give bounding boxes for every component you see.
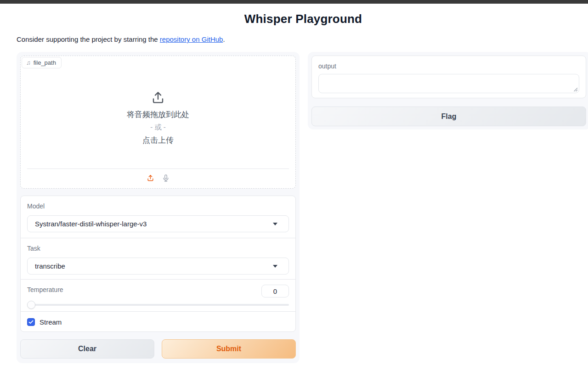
output-column-panel: output Flag — [308, 52, 588, 129]
checkmark-icon — [28, 320, 34, 324]
temperature-field: Temperature — [21, 279, 295, 311]
flag-button[interactable]: Flag — [311, 107, 586, 126]
audio-upload-dropzone[interactable]: ♫ file_path 将音频拖放到此处 - 或 - 点击上传 — [20, 56, 296, 189]
upload-icon — [151, 90, 165, 105]
stream-checkbox-row[interactable]: Stream — [27, 318, 62, 326]
intro-text: Consider supporting the project by starr… — [17, 35, 225, 43]
click-to-upload-text: 点击上传 — [142, 135, 174, 146]
temperature-label: Temperature — [27, 286, 63, 293]
intro-text-after: . — [223, 35, 225, 43]
upload-source-divider — [27, 168, 289, 169]
output-card: output — [311, 56, 586, 98]
upload-source-button[interactable] — [145, 173, 155, 184]
stream-label: Stream — [40, 318, 62, 326]
stream-field: Stream — [21, 311, 295, 332]
model-dropdown[interactable]: Systran/faster-distil-whisper-large-v3 — [27, 215, 289, 232]
github-repository-link[interactable]: repository on GitHub — [160, 35, 223, 43]
model-label: Model — [27, 202, 45, 210]
chevron-down-icon — [273, 265, 277, 268]
page-title: Whisper Playground — [17, 12, 588, 26]
clear-button[interactable]: Clear — [20, 339, 154, 359]
task-dropdown-value: transcribe — [35, 262, 65, 270]
model-field: Model Systran/faster-distil-whisper-larg… — [21, 196, 295, 238]
output-textarea-wrap — [318, 74, 579, 93]
output-textarea[interactable] — [318, 74, 579, 93]
microphone-source-button[interactable] — [161, 173, 171, 184]
task-field: Task transcribe — [21, 238, 295, 279]
temperature-slider[interactable] — [27, 301, 289, 309]
submit-button[interactable]: Submit — [162, 339, 296, 359]
task-dropdown[interactable]: transcribe — [27, 258, 289, 275]
audio-input-label: file_path — [34, 59, 56, 66]
or-text: - 或 - — [150, 123, 165, 132]
output-label: output — [318, 62, 336, 70]
audio-input-label-badge: ♫ file_path — [22, 57, 62, 68]
temperature-number-input[interactable] — [261, 285, 289, 297]
task-label: Task — [27, 245, 40, 252]
microphone-icon — [162, 174, 170, 184]
audio-source-selector — [21, 173, 295, 184]
slider-track[interactable] — [27, 304, 289, 306]
settings-form: Model Systran/faster-distil-whisper-larg… — [20, 196, 296, 332]
model-dropdown-value: Systran/faster-distil-whisper-large-v3 — [35, 220, 147, 228]
chevron-down-icon — [273, 223, 277, 225]
slider-handle[interactable] — [27, 301, 35, 309]
top-progress-bar — [0, 0, 588, 4]
music-note-icon: ♫ — [26, 60, 31, 66]
input-column-panel: ♫ file_path 将音频拖放到此处 - 或 - 点击上传 — [17, 52, 300, 363]
stream-checkbox[interactable] — [27, 318, 35, 326]
intro-text-before: Consider supporting the project by starr… — [17, 35, 160, 43]
upload-icon — [147, 174, 154, 183]
drop-audio-text: 将音频拖放到此处 — [127, 109, 189, 120]
whisper-playground-app: Whisper Playground Consider supporting t… — [0, 0, 588, 376]
upload-instructions: 将音频拖放到此处 - 或 - 点击上传 — [21, 90, 295, 146]
